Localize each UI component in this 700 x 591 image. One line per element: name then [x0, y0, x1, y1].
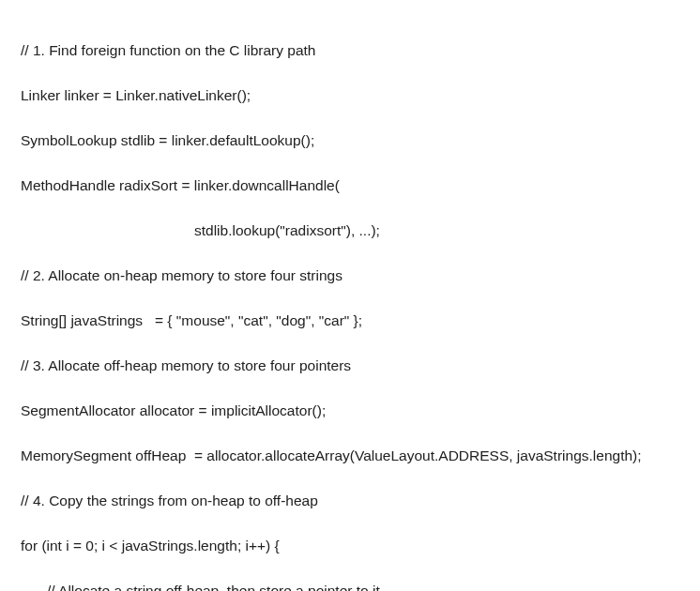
- code-line: // Allocate a string off-heap, then stor…: [21, 580, 679, 591]
- code-line: SymbolLookup stdlib = linker.defaultLook…: [21, 129, 679, 152]
- code-snippet: // 1. Find foreign function on the C lib…: [21, 17, 679, 591]
- code-line: // 2. Allocate on-heap memory to store f…: [21, 265, 679, 287]
- code-line: MethodHandle radixSort = linker.downcall…: [21, 174, 679, 197]
- code-line: stdlib.lookup("radixsort"), ...);: [21, 220, 679, 242]
- code-line: MemorySegment offHeap = allocator.alloca…: [21, 445, 679, 467]
- code-line: // 1. Find foreign function on the C lib…: [21, 39, 679, 62]
- code-line: // 4. Copy the strings from on-heap to o…: [21, 490, 679, 512]
- code-line: Linker linker = Linker.nativeLinker();: [21, 84, 679, 107]
- code-line: String[] javaStrings = { "mouse", "cat",…: [21, 310, 679, 332]
- code-line: // 3. Allocate off-heap memory to store …: [21, 355, 679, 377]
- code-line: for (int i = 0; i < javaStrings.length; …: [21, 535, 679, 557]
- code-line: SegmentAllocator allocator = implicitAll…: [21, 400, 679, 422]
